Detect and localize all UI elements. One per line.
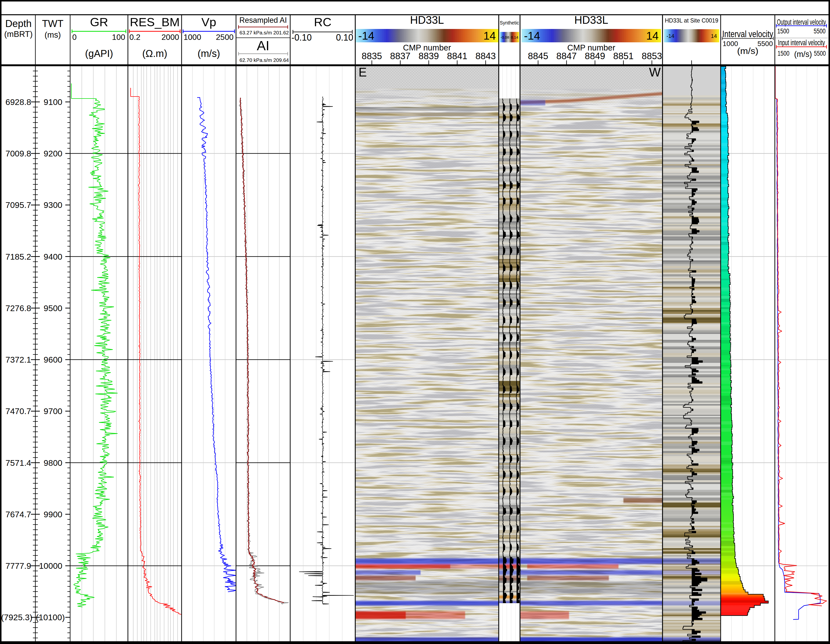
- svg-text:(m/s): (m/s): [794, 49, 812, 59]
- svg-text:9700: 9700: [44, 406, 62, 416]
- svg-text:9400: 9400: [44, 252, 62, 261]
- svg-text:2500: 2500: [216, 33, 234, 41]
- svg-text:1500: 1500: [778, 50, 789, 57]
- svg-text:AI: AI: [257, 38, 269, 53]
- svg-text:0.10: 0.10: [336, 32, 353, 43]
- svg-text:(ms): (ms): [44, 30, 61, 40]
- svg-text:HD33L: HD33L: [575, 14, 608, 26]
- svg-text:7009.8: 7009.8: [5, 149, 31, 158]
- svg-text:Interval velocity: Interval velocity: [722, 29, 773, 39]
- svg-text:(mBRT): (mBRT): [4, 29, 33, 39]
- svg-text:-14: -14: [524, 29, 540, 42]
- svg-text:0: 0: [72, 33, 77, 41]
- svg-text:-14: -14: [358, 29, 374, 42]
- svg-text:(7925.3): (7925.3): [1, 612, 32, 622]
- svg-text:8841: 8841: [447, 51, 467, 61]
- svg-text:9500: 9500: [44, 303, 62, 313]
- svg-text:100: 100: [112, 33, 125, 41]
- svg-text:14: 14: [483, 29, 496, 42]
- svg-text:9300: 9300: [44, 200, 62, 209]
- svg-text:W: W: [649, 65, 661, 79]
- svg-text:9900: 9900: [44, 509, 62, 519]
- svg-text:8851: 8851: [613, 51, 634, 61]
- svg-text:7276.8: 7276.8: [5, 303, 31, 313]
- svg-text:7674.7: 7674.7: [5, 509, 31, 519]
- svg-text:8853: 8853: [642, 51, 662, 61]
- svg-text:Synthetic: Synthetic: [500, 20, 519, 25]
- svg-text:7571.4: 7571.4: [5, 458, 31, 468]
- svg-text:63.27 kPa.s/m 201.62: 63.27 kPa.s/m 201.62: [239, 30, 289, 35]
- svg-text:7470.7: 7470.7: [5, 406, 31, 416]
- svg-text:Output interval velocity: Output interval velocity: [777, 17, 826, 27]
- svg-text:1500: 1500: [777, 27, 789, 35]
- svg-text:10000: 10000: [39, 561, 62, 571]
- svg-text:-14: -14: [667, 33, 675, 39]
- svg-text:8843: 8843: [475, 51, 496, 61]
- svg-text:5500: 5500: [757, 40, 773, 48]
- svg-text:(m/s): (m/s): [197, 48, 220, 59]
- svg-text:5500: 5500: [814, 27, 825, 35]
- svg-text:14: 14: [646, 29, 659, 42]
- svg-text:14: 14: [711, 33, 717, 39]
- svg-text:(Ω.m): (Ω.m): [142, 48, 167, 59]
- svg-text:-0.10: -0.10: [291, 32, 312, 43]
- svg-text:8837: 8837: [390, 51, 410, 61]
- svg-text:Resampled AI: Resampled AI: [239, 16, 287, 24]
- svg-text:1000: 1000: [184, 33, 201, 41]
- svg-text:8845: 8845: [528, 51, 548, 61]
- svg-text:7185.2: 7185.2: [5, 252, 31, 261]
- svg-text:HD33L at Site C0019: HD33L at Site C0019: [665, 17, 718, 24]
- svg-text:7372.1: 7372.1: [5, 355, 31, 364]
- svg-text:-0.08: -0.08: [501, 35, 509, 40]
- svg-text:(m/s): (m/s): [737, 46, 759, 56]
- svg-text:HD33L: HD33L: [410, 14, 444, 26]
- svg-text:RC: RC: [314, 15, 331, 29]
- svg-text:8847: 8847: [556, 51, 577, 61]
- svg-text:2000: 2000: [162, 33, 179, 41]
- svg-text:5500: 5500: [814, 50, 826, 57]
- svg-text:Vp: Vp: [201, 15, 216, 29]
- svg-text:(gAPI): (gAPI): [85, 48, 113, 59]
- svg-text:7777.9: 7777.9: [5, 561, 31, 571]
- svg-text:9100: 9100: [44, 97, 62, 107]
- svg-text:1000: 1000: [722, 40, 738, 48]
- svg-text:9200: 9200: [44, 149, 62, 158]
- svg-text:E: E: [358, 65, 367, 79]
- svg-text:(10100): (10100): [36, 612, 65, 622]
- svg-text:6928.8: 6928.8: [5, 97, 31, 107]
- svg-text:8839: 8839: [418, 51, 439, 61]
- svg-text:0.14: 0.14: [511, 35, 518, 40]
- svg-text:7095.7: 7095.7: [5, 200, 31, 209]
- svg-text:8835: 8835: [362, 51, 382, 61]
- svg-text:9800: 9800: [44, 458, 62, 468]
- svg-text:TWT: TWT: [42, 18, 63, 29]
- svg-text:GR: GR: [90, 15, 108, 29]
- svg-text:62.70 kPa.s/m 209.64: 62.70 kPa.s/m 209.64: [239, 57, 289, 63]
- svg-text:8849: 8849: [585, 51, 605, 61]
- svg-text:RES_BM: RES_BM: [130, 15, 180, 29]
- svg-text:Input interval velocity: Input interval velocity: [778, 38, 825, 47]
- svg-text:Depth: Depth: [5, 18, 32, 29]
- svg-text:9600: 9600: [44, 355, 62, 364]
- svg-text:0.2: 0.2: [129, 33, 140, 41]
